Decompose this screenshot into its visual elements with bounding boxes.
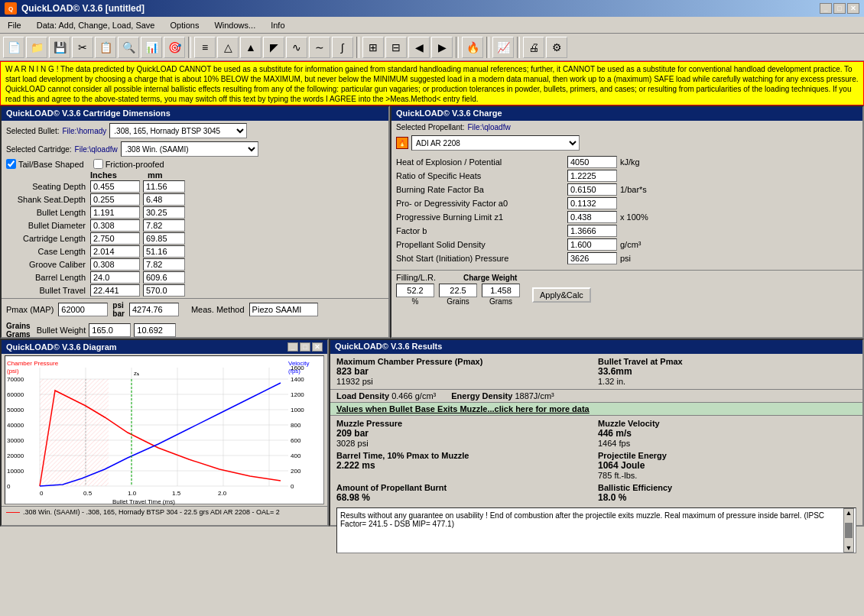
selected-bullet-label: Selected Bullet: [6,127,60,135]
dims-val2[interactable] [143,258,185,271]
cartridge-select[interactable]: .308 Win. (SAAMI) [121,141,258,157]
diagram-minimize-btn[interactable]: _ [287,342,298,352]
friction-proofed-checkbox[interactable] [93,159,103,169]
click-note-row[interactable]: Values when Bullet Base Exits Muzzle...c… [330,402,862,416]
meas-method-input[interactable] [249,303,318,316]
bullet-weight-grams[interactable] [134,323,176,337]
warning-bar: W A R N I N G ! The data predicted by Qu… [0,61,864,105]
scroll-up-btn[interactable]: ▲ [844,509,853,517]
dims-val2[interactable] [143,271,185,284]
menu-data[interactable]: Data: Add, Change, Load, Save [32,19,160,31]
dims-val2[interactable] [143,180,185,193]
dims-val1[interactable] [90,219,140,232]
scrollbar[interactable]: ▲ ▼ [843,508,854,553]
charge-row-input[interactable] [567,225,617,237]
menu-windows[interactable]: Windows... [210,19,260,31]
charge-row-input[interactable] [567,170,617,182]
dims-val2[interactable] [143,206,185,219]
dims-val1[interactable] [90,245,140,258]
tail-base-checkbox[interactable] [6,159,16,169]
charge-grains-input[interactable] [439,284,477,297]
toolbar-btn-11[interactable]: ▲ [240,37,261,58]
toolbar-btn-22[interactable]: 🖨 [523,37,544,58]
menu-file[interactable]: File [3,19,26,31]
dims-val1[interactable] [90,180,140,193]
dims-label: Bullet Travel [6,286,90,295]
toolbar-btn-8[interactable]: 🎯 [164,37,185,58]
charge-row-input[interactable] [567,156,617,168]
filling-pct-input[interactable] [396,284,434,297]
dims-val1[interactable] [90,284,140,297]
dims-val2[interactable] [143,193,185,206]
dims-row: Seating Depth [6,180,384,193]
menu-options[interactable]: Options [165,19,203,31]
diagram-panel: QuickLOAD© V.3.6 Diagram _ □ ✕ Chamber P… [0,339,329,527]
barrel-time-cell: Barrel Time, 10% Pmax to Muzzle 2.222 ms [336,451,595,480]
toolbar-btn-12[interactable]: ◤ [263,37,284,58]
dims-val2[interactable] [143,232,185,245]
title-bar-buttons[interactable]: _ □ ✕ [820,3,859,14]
maximize-btn[interactable]: □ [833,3,846,14]
toolbar-btn-new[interactable]: 📄 [3,37,24,58]
toolbar-btn-13[interactable]: ∿ [286,37,307,58]
toolbar-btn-19[interactable]: ▶ [431,37,453,58]
svg-text:2.0: 2.0 [218,490,227,497]
toolbar-btn-10[interactable]: △ [217,37,239,58]
bullet-weight-grains[interactable] [89,323,131,337]
dims-val1[interactable] [90,271,140,284]
dims-val2[interactable] [143,219,185,232]
toolbar-btn-5[interactable]: 📋 [95,37,116,58]
toolbar-btn-16[interactable]: ⊞ [362,37,384,58]
toolbar-btn-9[interactable]: ≡ [194,37,216,58]
toolbar-btn-21[interactable]: 📈 [492,37,514,58]
dims-val2[interactable] [143,245,185,258]
dims-val1[interactable] [90,232,140,245]
scroll-thumb[interactable] [845,523,853,538]
friction-proofed-label[interactable]: Friction-proofed [93,159,164,169]
close-btn[interactable]: ✕ [847,3,859,14]
scroll-down-btn[interactable]: ▼ [844,544,853,552]
apply-calc-charge-btn[interactable]: Apply&Calc [532,287,591,303]
charge-rows: Heat of Explosion / Potential kJ/kg Rati… [391,154,862,267]
diagram-restore-btn[interactable]: □ [300,342,310,352]
toolbar-sep-4 [486,37,489,58]
toolbar-btn-save[interactable]: 💾 [49,37,70,58]
charge-grams-input[interactable] [482,284,520,297]
charge-row-label: Progressive Burning Limit z1 [396,212,564,222]
charge-row-input[interactable] [567,183,617,196]
charge-panel-header: QuickLOAD© V.3.6 Charge [391,107,862,121]
toolbar-btn-17[interactable]: ⊟ [385,37,407,58]
svg-text:400: 400 [291,452,301,459]
menu-info[interactable]: Info [266,19,289,31]
toolbar-btn-open[interactable]: 📁 [26,37,47,58]
charge-grams-unit: Grams [489,297,512,306]
toolbar-btn-7[interactable]: 📊 [141,37,162,58]
dims-val1[interactable] [90,193,140,206]
muzzle-velocity-val2: 1464 fps [598,439,856,448]
tail-base-label[interactable]: Tail/Base Shaped [6,159,84,169]
toolbar-btn-18[interactable]: ◀ [408,37,430,58]
charge-row-input[interactable] [567,211,617,223]
pmap-psi-input[interactable] [58,303,108,316]
svg-text:Chamber Pressure: Chamber Pressure [7,360,59,367]
toolbar-btn-15[interactable]: ∫ [332,37,353,58]
app-title: QuickLOAD© V.3.6 [untitled] [21,3,145,14]
charge-row-input[interactable] [567,197,617,209]
pmap-bar-input[interactable] [129,303,179,316]
propellant-select[interactable]: ADI AR 2208 [411,135,580,151]
toolbar-btn-4[interactable]: ✂ [72,37,93,58]
bullet-select[interactable]: .308, 165, Hornady BTSP 3045 [109,123,247,138]
dims-val2[interactable] [143,284,185,297]
charge-row-input[interactable] [567,238,617,251]
click-note[interactable]: Values when Bullet Base Exits Muzzle...c… [336,404,590,413]
dims-val1[interactable] [90,206,140,219]
toolbar-btn-20[interactable]: 🔥 [462,37,483,58]
diagram-close-btn[interactable]: ✕ [312,342,323,352]
toolbar-btn-14[interactable]: ∼ [309,37,330,58]
charge-panel: QuickLOAD© V.3.6 Charge Selected Propell… [390,105,864,339]
charge-row-input[interactable] [567,252,617,264]
dims-val1[interactable] [90,258,140,271]
toolbar-btn-6[interactable]: 🔍 [118,37,139,58]
toolbar-btn-23[interactable]: ⚙ [546,37,567,58]
minimize-btn[interactable]: _ [820,3,832,14]
